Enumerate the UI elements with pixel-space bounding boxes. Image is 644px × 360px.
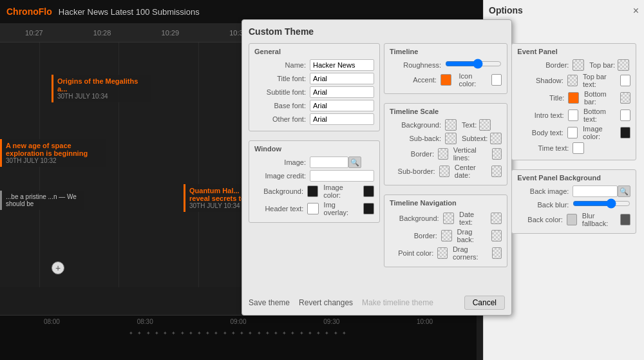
- image-search-button[interactable]: 🔍: [348, 156, 361, 168]
- custom-theme-dialog: Custom Theme General Name: Title font: S…: [242, 19, 512, 316]
- blur-fallback-swatch[interactable]: [620, 214, 630, 225]
- nav-background-row: Background: Date text:: [390, 211, 502, 226]
- general-section-label: General: [254, 48, 374, 55]
- scale-background-swatch[interactable]: [445, 119, 457, 131]
- scale-background-row: Background: Text:: [390, 119, 502, 131]
- ep-introtext-label: Intro text:: [517, 111, 564, 119]
- icon-color-label: Icon color:: [459, 72, 489, 88]
- event-card-2[interactable]: A new age of space exploration is beginn…: [0, 139, 106, 167]
- scale-text-swatch[interactable]: [479, 119, 491, 131]
- time-label-0: 10:27: [0, 29, 68, 37]
- timeline-section-label: Timeline: [390, 48, 502, 55]
- ep-bottomtext-swatch[interactable]: [620, 109, 630, 121]
- nav-datetext-swatch[interactable]: [491, 213, 502, 224]
- header-text-row: Header text: Img overlay:: [254, 201, 374, 216]
- nav-dragback-swatch[interactable]: [491, 230, 502, 242]
- nav-background-swatch[interactable]: [443, 213, 454, 224]
- event-panel-label: Event Panel: [517, 48, 630, 55]
- header-text-swatch[interactable]: [307, 203, 318, 214]
- ep-introtext-swatch[interactable]: [568, 109, 578, 121]
- back-image-row: Back image: 🔍: [517, 185, 630, 197]
- name-input[interactable]: [310, 59, 374, 71]
- scale-subborder-label: Sub-border:: [390, 167, 435, 175]
- event-panel-section: Event Panel Border: Top bar: Shadow: Top…: [511, 43, 636, 160]
- roughness-slider-container: [445, 59, 502, 70]
- ep-bottombar-swatch[interactable]: [620, 92, 631, 104]
- save-theme-button[interactable]: Save theme: [249, 298, 290, 307]
- scale-subback-label: Sub-back:: [390, 135, 441, 142]
- scale-subback-swatch[interactable]: [445, 133, 457, 144]
- roughness-slider[interactable]: [445, 59, 502, 68]
- options-close-button[interactable]: ×: [633, 5, 639, 17]
- accent-swatch[interactable]: [440, 74, 451, 86]
- back-image-search-button[interactable]: 🔍: [618, 185, 630, 197]
- image-input[interactable]: [310, 156, 348, 168]
- scale-subtext-swatch[interactable]: [490, 133, 502, 144]
- window-background-swatch[interactable]: [307, 185, 318, 197]
- nav-dragcorners-swatch[interactable]: [492, 247, 502, 259]
- other-font-input[interactable]: [310, 113, 374, 125]
- ep-border-label: Border:: [517, 61, 569, 69]
- title-font-input[interactable]: [310, 73, 374, 84]
- strip-time-3: 09:30: [323, 318, 339, 325]
- ep-shadow-row: Shadow: Top bar text:: [517, 73, 630, 88]
- window-background-row: Background: Image color:: [254, 184, 374, 199]
- options-title: Options: [489, 5, 639, 15]
- subtitle-font-label: Subtitle font:: [254, 88, 306, 96]
- revert-changes-button[interactable]: Revert changes: [299, 298, 353, 307]
- scale-background-label: Background:: [390, 121, 441, 129]
- dialog-title: Custom Theme: [249, 26, 505, 37]
- base-font-input[interactable]: [310, 100, 374, 111]
- scale-text-label: Text:: [462, 121, 477, 129]
- ep-timetext-swatch[interactable]: [573, 142, 584, 154]
- ep-bodytext-swatch[interactable]: [567, 127, 578, 138]
- card3-text: ...be a pristine ...n — We should be: [6, 193, 80, 207]
- ep-border-swatch[interactable]: [573, 59, 584, 71]
- card2-title: A new age of space exploration is beginn…: [6, 142, 102, 157]
- back-image-label: Back image:: [517, 187, 569, 195]
- scale-vlines-label: Vertical lines:: [453, 146, 489, 162]
- event-panel-bg-section: Event Panel Background Back image: 🔍 Bac…: [511, 169, 636, 234]
- back-blur-slider[interactable]: [573, 199, 630, 208]
- scale-border-swatch[interactable]: [438, 148, 448, 160]
- icon-color-swatch[interactable]: [491, 74, 502, 86]
- ep-imagecolor-swatch[interactable]: [620, 127, 630, 138]
- ep-shadow-swatch[interactable]: [567, 75, 578, 86]
- image-credit-input[interactable]: [310, 170, 374, 182]
- blur-fallback-label: Blur fallback:: [582, 212, 618, 227]
- event-card-1[interactable]: Origins of the Megaliths a... 30TH JULY …: [52, 75, 151, 102]
- ep-topbar-label: Top bar:: [589, 61, 615, 69]
- nav-border-label: Border:: [390, 232, 437, 240]
- nav-pointcolor-swatch[interactable]: [437, 247, 448, 259]
- scale-centerdate-swatch[interactable]: [491, 166, 502, 177]
- timeline-nav-label: Timeline Navigation: [390, 199, 502, 207]
- back-color-swatch[interactable]: [567, 214, 577, 225]
- subtitle-font-input[interactable]: [310, 86, 374, 98]
- image-label: Image:: [254, 158, 306, 166]
- add-event-button[interactable]: +: [52, 261, 64, 274]
- cancel-button[interactable]: Cancel: [464, 296, 505, 310]
- image-credit-label: Image credit:: [254, 172, 306, 180]
- back-image-input[interactable]: [573, 185, 618, 197]
- ep-title-swatch[interactable]: [568, 92, 579, 104]
- image-color-swatch[interactable]: [363, 185, 374, 197]
- strip-time-4: 10:00: [417, 318, 433, 325]
- scale-subborder-swatch[interactable]: [439, 166, 450, 177]
- ep-timetext-label: Time text:: [517, 144, 569, 152]
- ep-title-row: Title: Bottom bar:: [517, 90, 630, 106]
- img-overlay-swatch[interactable]: [363, 203, 374, 214]
- back-blur-row: Back blur:: [517, 199, 630, 210]
- time-label-2: 10:29: [136, 29, 204, 37]
- ep-topbar-swatch[interactable]: [618, 59, 629, 71]
- image-color-label: Image color:: [323, 184, 361, 199]
- event-card-3[interactable]: ...be a pristine ...n — We should be: [0, 191, 84, 210]
- window-section-label: Window: [254, 145, 374, 153]
- scale-vlines-swatch[interactable]: [492, 148, 502, 160]
- strip-time-0: 08:00: [44, 318, 60, 325]
- nav-border-swatch[interactable]: [441, 230, 452, 242]
- time-label-1: 10:28: [68, 29, 137, 37]
- app-logo: ChronoFlo: [6, 6, 52, 17]
- strip-times: 08:00 08:30 09:00 09:30 10:00: [0, 316, 477, 328]
- ep-topbartext-swatch[interactable]: [620, 75, 630, 86]
- make-timeline-theme-button[interactable]: Make timeline theme: [362, 298, 433, 307]
